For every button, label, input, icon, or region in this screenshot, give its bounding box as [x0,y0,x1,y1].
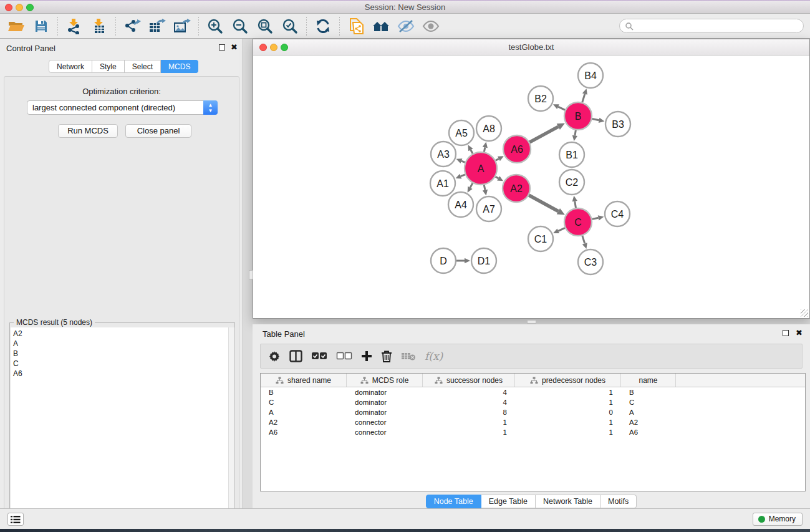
close-panel-button[interactable]: Close panel [125,124,191,138]
graph-node-B4[interactable]: B4 [578,63,603,88]
open-file-icon[interactable] [4,16,29,36]
graph-node-C2[interactable]: C2 [559,170,584,195]
open-session-file-icon[interactable] [344,16,369,36]
table-cell[interactable]: A2 [261,417,347,427]
memory-button[interactable]: Memory [753,513,803,526]
mcds-result-item[interactable]: A2 [13,329,234,339]
apply-layout-icon[interactable] [311,16,335,36]
table-cell[interactable]: 8 [423,407,515,417]
tab-network[interactable]: Network [49,60,92,73]
mcds-result-item[interactable]: B [13,349,234,359]
table-cell[interactable]: 1 [423,427,515,437]
graph-node-A4[interactable]: A4 [448,192,473,217]
table-row[interactable]: Bdominator41B [261,387,805,397]
mcds-result-item[interactable]: C [13,359,234,369]
graph-node-C3[interactable]: C3 [578,249,603,274]
deselect-all-checks-icon[interactable] [336,348,352,364]
graph-node-B1[interactable]: B1 [559,142,584,167]
table-cell[interactable]: dominator [347,397,423,407]
network-window-titlebar[interactable]: testGlobe.txt [253,39,809,56]
table-cell[interactable]: 0 [515,407,621,417]
table-tab-edge-table[interactable]: Edge Table [481,495,536,508]
add-column-icon[interactable] [361,348,372,364]
table-cell[interactable]: A [621,407,676,417]
graph-node-A6[interactable]: A6 [503,135,531,163]
table-row[interactable]: Cdominator41C [261,397,805,407]
graph-node-D1[interactable]: D1 [471,248,496,273]
graph-node-A5[interactable]: A5 [449,120,474,145]
column-header-shared-name[interactable]: shared name [261,374,347,387]
network-vertical-scroll-thumb[interactable] [249,270,253,279]
export-table-icon[interactable] [145,16,170,36]
table-cell[interactable]: 4 [423,397,515,407]
hide-selected-icon[interactable] [393,16,418,36]
network-horizontal-scroll-thumb[interactable] [527,320,536,324]
table-float-panel-icon[interactable] [783,330,789,336]
show-all-icon[interactable] [369,16,393,36]
table-cell[interactable]: connector [347,427,423,437]
table-close-panel-icon[interactable]: ✖ [796,328,803,337]
search-input[interactable] [634,22,803,31]
table-cell[interactable]: A6 [261,427,347,437]
table-cell[interactable]: connector [347,417,423,427]
graph-node-C1[interactable]: C1 [528,226,553,251]
tab-style[interactable]: Style [92,60,125,73]
graph-node-A1[interactable]: A1 [430,171,455,196]
graph-node-B2[interactable]: B2 [528,86,553,111]
table-cell[interactable]: A6 [621,427,676,437]
mcds-result-item[interactable]: A6 [13,369,234,379]
table-cell[interactable]: C [621,397,676,407]
zoom-in-icon[interactable] [203,16,228,36]
task-history-button[interactable] [7,513,24,526]
column-header-name[interactable]: name [621,374,676,387]
table-cell[interactable]: 1 [423,417,515,427]
table-row[interactable]: A2connector11A2 [261,417,805,427]
settings-gear-icon[interactable] [268,348,281,364]
table-cell[interactable]: C [261,397,347,407]
table-tab-network-table[interactable]: Network Table [536,495,600,508]
graph-node-A[interactable]: A [465,152,497,185]
export-image-icon[interactable] [170,16,195,36]
graph-node-B[interactable]: B [564,102,592,130]
graph-node-D[interactable]: D [431,248,456,273]
table-tab-node-table[interactable]: Node Table [426,495,481,508]
column-header-successor-nodes[interactable]: successor nodes [423,374,515,387]
table-cell[interactable]: 1 [515,417,621,427]
float-panel-icon[interactable] [219,44,225,51]
zoom-fit-icon[interactable] [253,16,277,36]
criterion-dropdown[interactable]: largest connected component (directed) ▲… [27,100,218,115]
show-column-icon[interactable] [289,348,302,364]
table-cell[interactable]: 1 [515,427,621,437]
tab-mcds[interactable]: MCDS [161,60,198,73]
mcds-result-item[interactable]: A [13,339,234,349]
save-session-icon[interactable] [29,16,54,36]
graph-node-A2[interactable]: A2 [503,175,530,202]
graph-node-A7[interactable]: A7 [476,196,501,221]
table-cell[interactable]: 1 [515,397,621,407]
graph-node-C[interactable]: C [564,208,592,236]
table-cell[interactable]: A2 [621,417,676,427]
graph-node-A8[interactable]: A8 [476,116,501,141]
column-header-predecessor-nodes[interactable]: predecessor nodes [515,374,621,387]
table-tab-motifs[interactable]: Motifs [600,495,637,508]
table-row[interactable]: A6connector11A6 [261,427,805,437]
zoom-out-icon[interactable] [228,16,253,36]
table-cell[interactable]: 4 [423,387,515,397]
graph-node-A3[interactable]: A3 [431,142,456,167]
export-network-icon[interactable] [120,16,145,36]
import-network-icon[interactable] [62,16,87,36]
table-cell[interactable]: dominator [347,407,423,417]
delete-column-icon[interactable] [381,348,392,364]
column-header-MCDS-role[interactable]: MCDS role [347,374,423,387]
tab-select[interactable]: Select [125,60,161,73]
window-resize-grip[interactable] [801,309,808,317]
close-panel-icon[interactable]: ✖ [231,42,238,52]
zoom-selected-icon[interactable] [277,16,302,36]
table-cell[interactable]: A [261,407,347,417]
search-field[interactable] [619,19,804,33]
table-row[interactable]: Adominator80A [261,407,805,417]
table-cell[interactable]: B [621,387,676,397]
network-canvas[interactable]: B4B2BB3A5A8A6A3AA1A2B1C2A4A7CC4C1C3DD1 [253,56,809,318]
select-all-checks-icon[interactable] [311,348,327,364]
show-selected-icon[interactable] [418,16,443,36]
